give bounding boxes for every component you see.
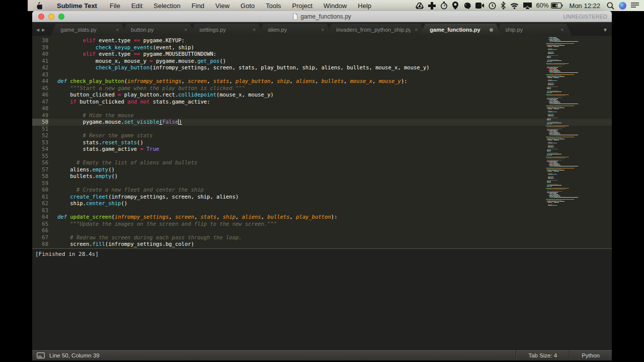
tab-close-icon[interactable]: × [180, 27, 187, 33]
minimap-line [546, 133, 599, 133]
code-line-46[interactable]: 46 button_clicked = play_button.rect.col… [32, 92, 612, 99]
build-result-message: [Finished in 28.4s] [32, 249, 612, 259]
bluetooth-icon[interactable] [501, 2, 506, 10]
code-line-59[interactable]: 59 [32, 180, 612, 187]
tab-close-icon[interactable]: × [556, 27, 564, 33]
minimap[interactable] [546, 37, 599, 211]
code-line-48[interactable]: 48 [32, 105, 612, 112]
tab-close-icon[interactable]: × [411, 27, 418, 33]
timer-icon[interactable] [440, 2, 448, 10]
code-line-53[interactable]: 53 stats.reset_stats() [32, 139, 612, 146]
spotlight-icon[interactable] [607, 2, 614, 10]
tab-scroll-arrows[interactable]: ◀▶ [32, 28, 50, 36]
time-machine-icon[interactable] [489, 2, 496, 10]
line-number: 60 [32, 187, 48, 194]
code-line-38[interactable]: 38 elif event.type == pygame.KEYUP: [32, 37, 612, 44]
code-line-45[interactable]: 45 """Start a new game when the play but… [32, 85, 612, 92]
menu-project[interactable]: Project [287, 2, 318, 10]
code-line-54[interactable]: 54 stats.game_active = True [32, 146, 612, 153]
tab-scroll-left-icon[interactable]: ◀ [36, 28, 42, 32]
notification-center-icon[interactable] [631, 3, 639, 9]
code-line-50[interactable]: 50 pygame.mouse.set_visible(False) [32, 119, 612, 126]
tab-overflow-dropdown-icon[interactable]: ▼ [603, 27, 608, 33]
menu-window[interactable]: Window [318, 2, 352, 10]
tab-game_stats-py[interactable]: game_stats.py× [50, 24, 127, 36]
menu-help[interactable]: Help [352, 2, 377, 10]
code-line-62[interactable]: 62 ship.center_ship() [32, 200, 612, 207]
tab-settings-py[interactable]: settings.py× [189, 24, 264, 36]
syntax-selector[interactable]: Python [570, 352, 612, 358]
code-line-51[interactable]: 51 [32, 126, 612, 133]
line-number: 42 [32, 64, 48, 71]
code-line-58[interactable]: 58 bullets.empty() [32, 173, 612, 180]
tab-bar: ◀▶ game_stats.py×button.py×settings.py×a… [32, 22, 612, 36]
code-text: if button_clicked and not stats.game_act… [57, 99, 210, 106]
minimap-line [546, 74, 599, 75]
minimap-line [546, 165, 599, 165]
line-number: 51 [32, 126, 48, 133]
tab-button-py[interactable]: button.py× [121, 24, 195, 36]
build-output-panel: [Finished in 28.4s] [32, 248, 612, 349]
code-line-63[interactable]: 63 [32, 207, 612, 214]
menu-file[interactable]: File [104, 2, 126, 10]
code-line-39[interactable]: 39 check_keyup_events(event, ship) [32, 44, 612, 51]
code-editor[interactable]: 38 elif event.type == pygame.KEYUP:39 ch… [32, 36, 612, 248]
minimap-line [546, 188, 599, 189]
menu-app-name[interactable]: Sublime Text [51, 2, 104, 10]
minimap-line [546, 180, 599, 180]
drive-icon[interactable] [416, 2, 424, 9]
tab-ship-py[interactable]: ship.py× [495, 24, 572, 36]
code-line-56[interactable]: 56 # Empty the list of aliens and bullet… [32, 159, 612, 166]
battery-indicator[interactable]: 60% [536, 2, 563, 9]
tab-game_functions-py[interactable]: game_functions.py [420, 24, 501, 36]
code-line-55[interactable]: 55 [32, 153, 612, 160]
code-line-61[interactable]: 61 create_fleet(infrompy_settings, scree… [32, 194, 612, 201]
panel-toggle-icon[interactable] [37, 352, 45, 358]
code-line-65[interactable]: 65 """Update the images on the screen an… [32, 221, 612, 228]
minimap-line [546, 85, 599, 86]
location-icon[interactable] [452, 2, 458, 10]
camera-icon[interactable] [475, 3, 484, 9]
menu-tools[interactable]: Tools [260, 2, 286, 10]
siri-icon[interactable] [619, 2, 626, 10]
code-line-41[interactable]: 41 mouse_x, mouse_y = pygame.mouse.get_p… [32, 58, 612, 65]
airplay-icon[interactable] [523, 3, 532, 9]
tab-invaders_from_python_ship-py[interactable]: invaders_from_python_ship.py× [326, 24, 426, 36]
menu-selection[interactable]: Selection [148, 2, 186, 10]
line-number: 48 [32, 105, 48, 112]
tab-size-selector[interactable]: Tab Size: 4 [516, 352, 569, 358]
code-line-40[interactable]: 40 elif event.type == pygame.MOUSEBUTTON… [32, 51, 612, 58]
code-line-68[interactable]: 68 screen.fill(infrompy_settings.bg_colo… [32, 241, 612, 248]
code-line-44[interactable]: 44def check_play_button(infrompy_setting… [32, 78, 612, 85]
minimap-line [546, 130, 599, 130]
menu-find[interactable]: Find [186, 2, 210, 10]
menu-view[interactable]: View [210, 2, 235, 10]
code-line-60[interactable]: 60 # Create a new fleet and center the s… [32, 187, 612, 194]
line-number: 58 [32, 173, 48, 180]
tab-scroll-right-icon[interactable]: ▶ [42, 28, 47, 32]
pathfinder-plus-icon[interactable] [428, 2, 436, 10]
code-text: # Reser the game stats [57, 132, 153, 139]
menubar-clock[interactable]: Mon 12:22 [568, 2, 602, 10]
evernote-icon[interactable] [463, 2, 471, 10]
code-line-47[interactable]: 47 if button_clicked and not stats.game_… [32, 99, 612, 106]
tab-alien-py[interactable]: alien.py× [258, 24, 332, 36]
tab-close-icon[interactable]: × [249, 27, 256, 33]
status-bar: Line 50, Column 39 Tab Size: 4 Python [32, 349, 612, 360]
wifi-icon[interactable] [510, 3, 519, 9]
window-titlebar[interactable]: game_functions.py UNREGISTERED [32, 11, 612, 22]
apple-menu[interactable] [28, 2, 51, 10]
code-line-57[interactable]: 57 aliens.empty() [32, 166, 612, 173]
code-line-64[interactable]: 64def update_screen(infrompy_settings, s… [32, 214, 612, 221]
code-line-66[interactable]: 66 [32, 227, 612, 234]
code-line-49[interactable]: 49 # Hide the mouse [32, 112, 612, 119]
menu-goto[interactable]: Goto [235, 2, 260, 10]
code-line-52[interactable]: 52 # Reser the game stats [32, 132, 612, 139]
code-line-42[interactable]: 42 check_play_button(infrompy_settings, … [32, 64, 612, 71]
tab-close-icon[interactable]: × [112, 27, 119, 33]
code-line-67[interactable]: 67 # Redraw the screen during each pass … [32, 234, 612, 241]
line-number: 62 [32, 200, 48, 207]
code-line-43[interactable]: 43 [32, 71, 612, 78]
menu-edit[interactable]: Edit [126, 2, 148, 10]
tab-close-icon[interactable]: × [317, 27, 324, 33]
